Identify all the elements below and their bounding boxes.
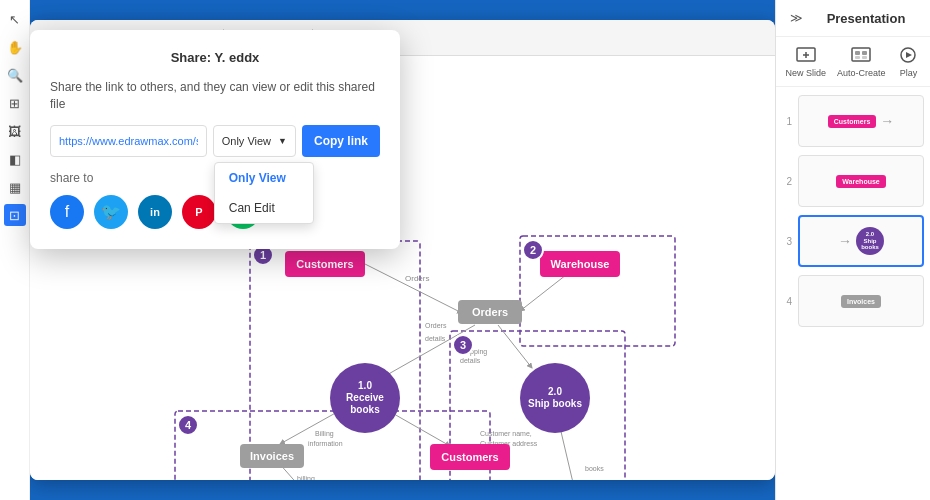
play-label: Play bbox=[900, 68, 918, 78]
slides-tool[interactable]: ▦ bbox=[4, 176, 26, 198]
svg-text:Billing: Billing bbox=[315, 430, 334, 438]
svg-text:books: books bbox=[585, 465, 604, 472]
svg-rect-29 bbox=[852, 48, 870, 61]
copy-link-button[interactable]: Copy link bbox=[302, 125, 380, 157]
new-slide-icon bbox=[794, 45, 818, 65]
receive-books-node[interactable]: 1.0Receive books bbox=[330, 363, 400, 433]
right-panel: ≫ Presentation New Slide bbox=[775, 0, 930, 500]
svg-text:details: details bbox=[425, 335, 446, 342]
orders-node[interactable]: Orders bbox=[458, 300, 522, 324]
image-tool[interactable]: 🖼 bbox=[4, 120, 26, 142]
share-modal-title: Share: Y. eddx bbox=[50, 50, 380, 65]
view-mode-label: Only View bbox=[222, 135, 271, 147]
warehouse-node[interactable]: Warehouse bbox=[540, 251, 620, 277]
view-mode-select[interactable]: Only View ▼ Only View Can Edit bbox=[213, 125, 296, 157]
auto-create-icon bbox=[849, 45, 873, 65]
customers-node-2[interactable]: Customers bbox=[430, 444, 510, 470]
slide-thumb-4[interactable]: Invoices bbox=[798, 275, 924, 327]
play-button[interactable]: Play bbox=[896, 45, 920, 78]
svg-rect-31 bbox=[862, 51, 867, 55]
svg-text:billing: billing bbox=[297, 475, 315, 480]
left-vertical-toolbar: ↖ ✋ 🔍 ⊞ 🖼 ◧ ▦ ⊡ bbox=[0, 0, 30, 500]
zoom-tool[interactable]: 🔍 bbox=[4, 64, 26, 86]
facebook-share-icon[interactable]: f bbox=[50, 195, 84, 229]
slide-item-3[interactable]: 3 → 2.0Ship books bbox=[782, 215, 924, 267]
group-num-2: 2 bbox=[522, 239, 544, 261]
only-view-option[interactable]: Only View bbox=[215, 163, 313, 193]
twitter-share-icon[interactable]: 🐦 bbox=[94, 195, 128, 229]
slide-thumb-2[interactable]: Warehouse bbox=[798, 155, 924, 207]
new-slide-button[interactable]: New Slide bbox=[785, 45, 826, 78]
panel-collapse-button[interactable]: ≫ bbox=[786, 8, 806, 28]
slide-num-4: 4 bbox=[782, 296, 792, 307]
customers-node-1[interactable]: Customers bbox=[285, 251, 365, 277]
svg-rect-32 bbox=[855, 56, 860, 59]
invoices-node[interactable]: Invoices bbox=[240, 444, 304, 468]
slide-1-content: Customers bbox=[828, 115, 877, 128]
slide-thumb-1[interactable]: Customers → bbox=[798, 95, 924, 147]
slide-1-arrow: → bbox=[880, 113, 894, 129]
pinterest-share-icon[interactable]: P bbox=[182, 195, 216, 229]
can-edit-option[interactable]: Can Edit bbox=[215, 193, 313, 223]
slide-item-1[interactable]: 1 Customers → bbox=[782, 95, 924, 147]
slide-3-arrow: → bbox=[838, 233, 852, 249]
slide-thumb-3[interactable]: → 2.0Ship books bbox=[798, 215, 924, 267]
svg-line-7 bbox=[498, 325, 532, 368]
cursor-tool[interactable]: ↖ bbox=[4, 8, 26, 30]
presentation-panel-title: Presentation bbox=[812, 11, 920, 26]
group-num-3: 3 bbox=[452, 334, 474, 356]
svg-rect-33 bbox=[862, 56, 867, 59]
auto-create-button[interactable]: Auto-Create bbox=[837, 45, 886, 78]
slide-4-content: Invoices bbox=[841, 295, 881, 308]
slide-num-3: 3 bbox=[782, 236, 792, 247]
svg-marker-35 bbox=[906, 52, 912, 58]
svg-text:Orders: Orders bbox=[405, 274, 429, 283]
present-tool[interactable]: ⊡ bbox=[4, 204, 26, 226]
linkedin-share-icon[interactable]: in bbox=[138, 195, 172, 229]
panel-actions: New Slide Auto-Create Play bbox=[776, 37, 930, 87]
svg-text:information: information bbox=[308, 440, 343, 447]
share-link-row: Only View ▼ Only View Can Edit Copy link bbox=[50, 125, 380, 157]
svg-line-4 bbox=[365, 264, 462, 313]
view-dropdown: Only View Can Edit bbox=[214, 162, 314, 224]
slide-item-4[interactable]: 4 Invoices bbox=[782, 275, 924, 327]
dropdown-arrow-icon: ▼ bbox=[278, 136, 287, 146]
svg-rect-30 bbox=[855, 51, 860, 55]
slide-item-2[interactable]: 2 Warehouse bbox=[782, 155, 924, 207]
ship-books-node[interactable]: 2.0Ship books bbox=[520, 363, 590, 433]
svg-text:Orders: Orders bbox=[425, 322, 447, 329]
new-slide-label: New Slide bbox=[785, 68, 826, 78]
share-modal: Share: Y. eddx Share the link to others,… bbox=[30, 30, 400, 249]
slide-num-1: 1 bbox=[782, 116, 792, 127]
auto-create-label: Auto-Create bbox=[837, 68, 886, 78]
share-link-input[interactable] bbox=[50, 125, 207, 157]
slides-list: 1 Customers → 2 Warehouse 3 → 2.0Ship bo… bbox=[776, 87, 930, 500]
share-modal-description: Share the link to others, and they can v… bbox=[50, 79, 380, 113]
svg-text:Customer name,: Customer name, bbox=[480, 430, 532, 437]
slide-num-2: 2 bbox=[782, 176, 792, 187]
play-icon bbox=[896, 45, 920, 65]
svg-text:details: details bbox=[460, 357, 481, 364]
hand-tool[interactable]: ✋ bbox=[4, 36, 26, 58]
group-num-4: 4 bbox=[177, 414, 199, 436]
right-panel-header: ≫ Presentation bbox=[776, 0, 930, 37]
layers-tool[interactable]: ◧ bbox=[4, 148, 26, 170]
grid-tool[interactable]: ⊞ bbox=[4, 92, 26, 114]
slide-3-content: 2.0Ship books bbox=[856, 227, 884, 255]
slide-2-content: Warehouse bbox=[836, 175, 885, 188]
